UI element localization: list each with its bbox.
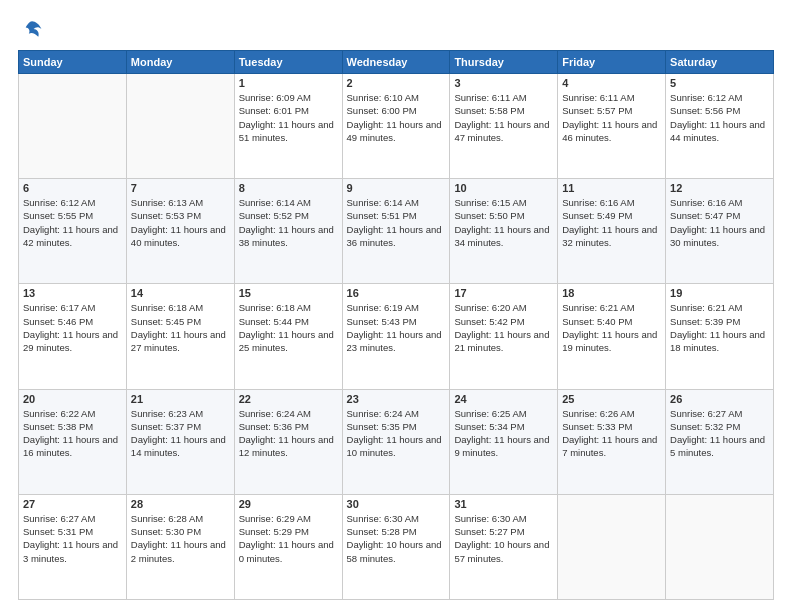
day-number: 20 xyxy=(23,393,122,405)
calendar-cell: 25Sunrise: 6:26 AM Sunset: 5:33 PM Dayli… xyxy=(558,389,666,494)
cell-content: Sunrise: 6:20 AM Sunset: 5:42 PM Dayligh… xyxy=(454,301,553,354)
calendar-cell: 11Sunrise: 6:16 AM Sunset: 5:49 PM Dayli… xyxy=(558,179,666,284)
calendar-cell: 2Sunrise: 6:10 AM Sunset: 6:00 PM Daylig… xyxy=(342,74,450,179)
cell-content: Sunrise: 6:17 AM Sunset: 5:46 PM Dayligh… xyxy=(23,301,122,354)
header-thursday: Thursday xyxy=(450,51,558,74)
calendar-week-row: 13Sunrise: 6:17 AM Sunset: 5:46 PM Dayli… xyxy=(19,284,774,389)
cell-content: Sunrise: 6:30 AM Sunset: 5:27 PM Dayligh… xyxy=(454,512,553,565)
calendar-cell: 26Sunrise: 6:27 AM Sunset: 5:32 PM Dayli… xyxy=(666,389,774,494)
calendar-cell: 23Sunrise: 6:24 AM Sunset: 5:35 PM Dayli… xyxy=(342,389,450,494)
calendar-cell: 16Sunrise: 6:19 AM Sunset: 5:43 PM Dayli… xyxy=(342,284,450,389)
calendar-cell: 3Sunrise: 6:11 AM Sunset: 5:58 PM Daylig… xyxy=(450,74,558,179)
cell-content: Sunrise: 6:09 AM Sunset: 6:01 PM Dayligh… xyxy=(239,91,338,144)
calendar-cell xyxy=(666,494,774,599)
day-number: 31 xyxy=(454,498,553,510)
cell-content: Sunrise: 6:18 AM Sunset: 5:44 PM Dayligh… xyxy=(239,301,338,354)
calendar-cell: 29Sunrise: 6:29 AM Sunset: 5:29 PM Dayli… xyxy=(234,494,342,599)
logo xyxy=(18,18,43,40)
day-number: 27 xyxy=(23,498,122,510)
day-number: 8 xyxy=(239,182,338,194)
day-number: 1 xyxy=(239,77,338,89)
calendar-cell: 19Sunrise: 6:21 AM Sunset: 5:39 PM Dayli… xyxy=(666,284,774,389)
day-number: 12 xyxy=(670,182,769,194)
cell-content: Sunrise: 6:22 AM Sunset: 5:38 PM Dayligh… xyxy=(23,407,122,460)
day-number: 23 xyxy=(347,393,446,405)
cell-content: Sunrise: 6:29 AM Sunset: 5:29 PM Dayligh… xyxy=(239,512,338,565)
cell-content: Sunrise: 6:14 AM Sunset: 5:52 PM Dayligh… xyxy=(239,196,338,249)
calendar-cell: 27Sunrise: 6:27 AM Sunset: 5:31 PM Dayli… xyxy=(19,494,127,599)
day-number: 17 xyxy=(454,287,553,299)
logo-bird-icon xyxy=(21,18,43,40)
calendar-cell xyxy=(126,74,234,179)
calendar-cell: 12Sunrise: 6:16 AM Sunset: 5:47 PM Dayli… xyxy=(666,179,774,284)
cell-content: Sunrise: 6:16 AM Sunset: 5:49 PM Dayligh… xyxy=(562,196,661,249)
cell-content: Sunrise: 6:12 AM Sunset: 5:56 PM Dayligh… xyxy=(670,91,769,144)
day-number: 18 xyxy=(562,287,661,299)
calendar-cell: 28Sunrise: 6:28 AM Sunset: 5:30 PM Dayli… xyxy=(126,494,234,599)
page-header xyxy=(18,18,774,40)
cell-content: Sunrise: 6:13 AM Sunset: 5:53 PM Dayligh… xyxy=(131,196,230,249)
calendar-week-row: 27Sunrise: 6:27 AM Sunset: 5:31 PM Dayli… xyxy=(19,494,774,599)
cell-content: Sunrise: 6:28 AM Sunset: 5:30 PM Dayligh… xyxy=(131,512,230,565)
calendar-cell: 7Sunrise: 6:13 AM Sunset: 5:53 PM Daylig… xyxy=(126,179,234,284)
day-number: 9 xyxy=(347,182,446,194)
cell-content: Sunrise: 6:14 AM Sunset: 5:51 PM Dayligh… xyxy=(347,196,446,249)
cell-content: Sunrise: 6:30 AM Sunset: 5:28 PM Dayligh… xyxy=(347,512,446,565)
calendar-cell xyxy=(558,494,666,599)
calendar-cell: 22Sunrise: 6:24 AM Sunset: 5:36 PM Dayli… xyxy=(234,389,342,494)
calendar-cell: 17Sunrise: 6:20 AM Sunset: 5:42 PM Dayli… xyxy=(450,284,558,389)
calendar-cell: 8Sunrise: 6:14 AM Sunset: 5:52 PM Daylig… xyxy=(234,179,342,284)
cell-content: Sunrise: 6:10 AM Sunset: 6:00 PM Dayligh… xyxy=(347,91,446,144)
cell-content: Sunrise: 6:11 AM Sunset: 5:57 PM Dayligh… xyxy=(562,91,661,144)
cell-content: Sunrise: 6:21 AM Sunset: 5:40 PM Dayligh… xyxy=(562,301,661,354)
cell-content: Sunrise: 6:15 AM Sunset: 5:50 PM Dayligh… xyxy=(454,196,553,249)
day-number: 21 xyxy=(131,393,230,405)
calendar-cell: 21Sunrise: 6:23 AM Sunset: 5:37 PM Dayli… xyxy=(126,389,234,494)
header-tuesday: Tuesday xyxy=(234,51,342,74)
cell-content: Sunrise: 6:11 AM Sunset: 5:58 PM Dayligh… xyxy=(454,91,553,144)
cell-content: Sunrise: 6:16 AM Sunset: 5:47 PM Dayligh… xyxy=(670,196,769,249)
calendar-cell: 24Sunrise: 6:25 AM Sunset: 5:34 PM Dayli… xyxy=(450,389,558,494)
header-saturday: Saturday xyxy=(666,51,774,74)
header-monday: Monday xyxy=(126,51,234,74)
day-number: 30 xyxy=(347,498,446,510)
calendar-cell: 15Sunrise: 6:18 AM Sunset: 5:44 PM Dayli… xyxy=(234,284,342,389)
day-number: 5 xyxy=(670,77,769,89)
day-number: 13 xyxy=(23,287,122,299)
day-number: 29 xyxy=(239,498,338,510)
calendar-cell: 31Sunrise: 6:30 AM Sunset: 5:27 PM Dayli… xyxy=(450,494,558,599)
header-wednesday: Wednesday xyxy=(342,51,450,74)
day-number: 19 xyxy=(670,287,769,299)
day-number: 28 xyxy=(131,498,230,510)
calendar-week-row: 1Sunrise: 6:09 AM Sunset: 6:01 PM Daylig… xyxy=(19,74,774,179)
cell-content: Sunrise: 6:12 AM Sunset: 5:55 PM Dayligh… xyxy=(23,196,122,249)
cell-content: Sunrise: 6:23 AM Sunset: 5:37 PM Dayligh… xyxy=(131,407,230,460)
cell-content: Sunrise: 6:24 AM Sunset: 5:36 PM Dayligh… xyxy=(239,407,338,460)
cell-content: Sunrise: 6:27 AM Sunset: 5:31 PM Dayligh… xyxy=(23,512,122,565)
calendar-cell: 1Sunrise: 6:09 AM Sunset: 6:01 PM Daylig… xyxy=(234,74,342,179)
calendar-cell xyxy=(19,74,127,179)
day-number: 14 xyxy=(131,287,230,299)
cell-content: Sunrise: 6:21 AM Sunset: 5:39 PM Dayligh… xyxy=(670,301,769,354)
day-number: 4 xyxy=(562,77,661,89)
day-number: 15 xyxy=(239,287,338,299)
calendar-cell: 14Sunrise: 6:18 AM Sunset: 5:45 PM Dayli… xyxy=(126,284,234,389)
day-number: 10 xyxy=(454,182,553,194)
header-sunday: Sunday xyxy=(19,51,127,74)
calendar-cell: 30Sunrise: 6:30 AM Sunset: 5:28 PM Dayli… xyxy=(342,494,450,599)
calendar-table: SundayMondayTuesdayWednesdayThursdayFrid… xyxy=(18,50,774,600)
day-number: 11 xyxy=(562,182,661,194)
cell-content: Sunrise: 6:18 AM Sunset: 5:45 PM Dayligh… xyxy=(131,301,230,354)
day-number: 26 xyxy=(670,393,769,405)
day-number: 2 xyxy=(347,77,446,89)
day-number: 25 xyxy=(562,393,661,405)
calendar-cell: 4Sunrise: 6:11 AM Sunset: 5:57 PM Daylig… xyxy=(558,74,666,179)
header-friday: Friday xyxy=(558,51,666,74)
calendar-cell: 9Sunrise: 6:14 AM Sunset: 5:51 PM Daylig… xyxy=(342,179,450,284)
day-number: 16 xyxy=(347,287,446,299)
cell-content: Sunrise: 6:26 AM Sunset: 5:33 PM Dayligh… xyxy=(562,407,661,460)
day-number: 6 xyxy=(23,182,122,194)
calendar-cell: 5Sunrise: 6:12 AM Sunset: 5:56 PM Daylig… xyxy=(666,74,774,179)
cell-content: Sunrise: 6:25 AM Sunset: 5:34 PM Dayligh… xyxy=(454,407,553,460)
calendar-week-row: 20Sunrise: 6:22 AM Sunset: 5:38 PM Dayli… xyxy=(19,389,774,494)
